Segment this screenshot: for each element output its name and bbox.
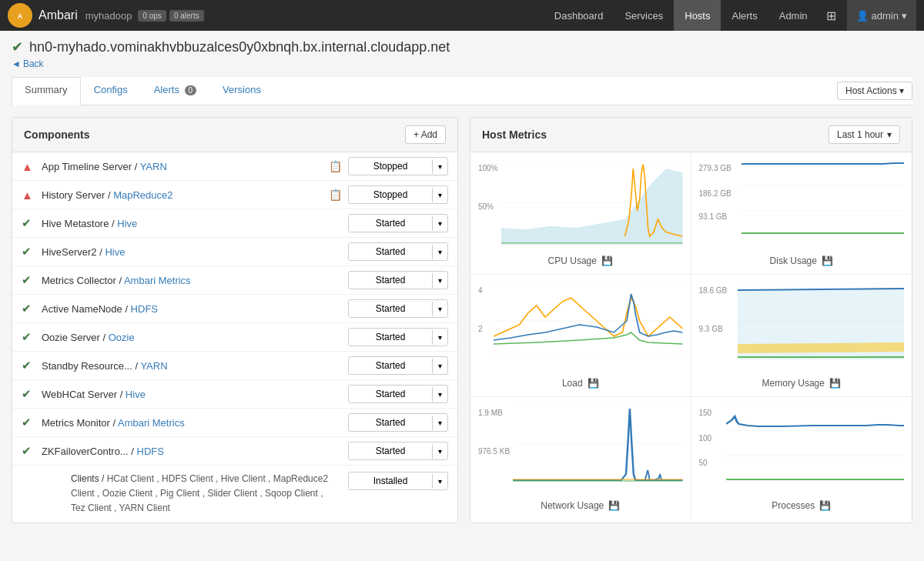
load-label-2: 2 xyxy=(478,325,483,333)
network-save-icon[interactable]: 💾 xyxy=(608,500,620,511)
status-btn-hiveserver2[interactable]: Started xyxy=(349,243,432,260)
ok-icon-oozieserver: ✔ xyxy=(22,330,32,343)
service-link-hdfs-1[interactable]: HDFS xyxy=(131,303,158,315)
status-dropdown-activenamenode: Started ▾ xyxy=(348,299,448,318)
main-layout: Components + Add ▲ App Timeline Server /… xyxy=(12,117,912,523)
warn-icon-apptimeline: ▲ xyxy=(22,160,33,173)
host-actions-button[interactable]: Host Actions ▾ xyxy=(837,82,912,100)
tab-summary[interactable]: Summary xyxy=(12,77,81,105)
load-label-4: 4 xyxy=(478,286,483,295)
status-caret-historyserver[interactable]: ▾ xyxy=(432,188,447,202)
nav-hosts[interactable]: Hosts xyxy=(674,0,721,31)
tab-versions[interactable]: Versions xyxy=(209,77,274,105)
add-component-button[interactable]: + Add xyxy=(405,125,446,144)
memory-save-icon[interactable]: 💾 xyxy=(829,378,841,389)
status-btn-metricscollector[interactable]: Started xyxy=(349,272,432,289)
component-row: ✔ HiveServer2 / Hive Started ▾ xyxy=(12,238,457,266)
memory-chart-svg xyxy=(738,282,905,359)
network-chart: 1.9 MB 976.5 KB xyxy=(470,397,691,519)
disk-label-93: 93.1 GB xyxy=(699,212,728,221)
component-row: ✔ Active NameNode / HDFS Started ▾ xyxy=(12,295,457,323)
disk-save-icon[interactable]: 💾 xyxy=(822,255,833,266)
status-btn-zkfailover[interactable]: Started xyxy=(349,442,432,459)
load-save-icon[interactable]: 💾 xyxy=(588,378,599,389)
status-dropdown-webhcatserver: Started ▾ xyxy=(348,385,448,403)
nav-dashboard[interactable]: Dashboard xyxy=(544,0,614,31)
load-chart-area: 4 2 xyxy=(478,282,683,375)
processes-chart-svg xyxy=(726,405,905,482)
status-caret-apptimeline[interactable]: ▾ xyxy=(432,159,447,174)
status-btn-historyserver[interactable]: Stopped xyxy=(349,186,432,203)
service-link-hive-1[interactable]: Hive xyxy=(117,218,137,229)
component-icon-historyserver: 📋 xyxy=(329,189,342,201)
cpu-chart-area: 100% 50% xyxy=(478,160,683,252)
tab-alerts[interactable]: Alerts 0 xyxy=(141,77,209,105)
status-caret-activenamenode[interactable]: ▾ xyxy=(432,302,447,316)
status-dropdown-metricscollector: Started ▾ xyxy=(348,271,448,289)
status-caret-hiveserver2[interactable]: ▾ xyxy=(432,245,447,259)
cluster-name: myhadoop xyxy=(85,10,132,22)
svg-rect-8 xyxy=(742,160,905,237)
cpu-chart-svg xyxy=(501,160,683,245)
memory-chart: 18.6 GB 9.3 GB xyxy=(691,275,912,397)
nav-alerts[interactable]: Alerts xyxy=(721,0,768,31)
status-dropdown-clients: Installed ▾ xyxy=(348,472,448,490)
user-caret: ▾ xyxy=(902,10,907,22)
status-caret-standbyresource[interactable]: ▾ xyxy=(432,359,447,373)
component-name-apptimeline: App Timeline Server / YARN xyxy=(42,161,323,172)
service-link-mapreduce2[interactable]: MapReduce2 xyxy=(113,189,172,201)
back-link[interactable]: ◄ Back xyxy=(12,58,912,69)
ok-icon-metricscollector: ✔ xyxy=(22,273,32,286)
status-caret-webhcatserver[interactable]: ▾ xyxy=(432,387,447,402)
service-link-hdfs-2[interactable]: HDFS xyxy=(137,446,164,457)
host-header: ✔ hn0-myhado.vominakhvbbuzalces0y0xbnqh.… xyxy=(12,38,912,55)
disk-chart-svg xyxy=(742,160,905,237)
status-dropdown-historyserver: Stopped ▾ xyxy=(348,185,448,204)
nav-services[interactable]: Services xyxy=(614,0,674,31)
service-link-hive-2[interactable]: Hive xyxy=(105,246,125,258)
service-link-yarn-1[interactable]: YARN xyxy=(140,161,167,172)
host-title: hn0-myhado.vominakhvbbuzalces0y0xbnqh.bx… xyxy=(29,39,450,55)
nav-admin[interactable]: Admin xyxy=(768,0,819,31)
status-dropdown-zkfailover: Started ▾ xyxy=(348,442,448,460)
status-caret-metricsmonitor[interactable]: ▾ xyxy=(432,416,447,430)
component-name-oozieserver: Oozie Server / Oozie xyxy=(42,332,348,343)
tab-configs[interactable]: Configs xyxy=(81,77,141,105)
user-menu[interactable]: 👤 admin ▾ xyxy=(847,0,916,31)
service-link-oozie[interactable]: Oozie xyxy=(109,332,135,343)
status-dropdown-metricsmonitor: Started ▾ xyxy=(348,413,448,432)
user-icon: 👤 xyxy=(856,10,869,22)
processes-save-icon[interactable]: 💾 xyxy=(819,500,831,511)
grid-icon[interactable]: ⊞ xyxy=(819,8,844,23)
components-panel-header: Components + Add xyxy=(12,118,457,152)
status-btn-apptimeline[interactable]: Stopped xyxy=(349,158,432,175)
status-btn-webhcatserver[interactable]: Started xyxy=(349,386,432,402)
status-caret-hivemetastore[interactable]: ▾ xyxy=(432,216,447,231)
cpu-chart-title-row: CPU Usage 💾 xyxy=(478,255,683,266)
status-btn-oozieserver[interactable]: Started xyxy=(349,329,432,346)
component-row: ✔ Metrics Monitor / Ambari Metrics Start… xyxy=(12,409,457,437)
status-dropdown-hivemetastore: Started ▾ xyxy=(348,214,448,232)
status-btn-standbyresource[interactable]: Started xyxy=(349,357,432,374)
status-caret-oozieserver[interactable]: ▾ xyxy=(432,330,447,345)
status-btn-clients[interactable]: Installed xyxy=(349,473,432,489)
service-link-ambarimetrics-2[interactable]: Ambari Metrics xyxy=(118,417,185,429)
service-link-hive-3[interactable]: Hive xyxy=(126,389,146,400)
processes-label-100: 100 xyxy=(699,434,712,442)
ambari-logo: A xyxy=(8,3,32,28)
component-row: ▲ App Timeline Server / YARN 📋 Stopped ▾ xyxy=(12,152,457,181)
ok-icon-activenamenode: ✔ xyxy=(22,302,32,315)
status-caret-clients[interactable]: ▾ xyxy=(432,474,447,489)
status-caret-metricscollector[interactable]: ▾ xyxy=(432,273,447,288)
back-label: Back xyxy=(23,58,44,69)
service-link-ambarimetrics-1[interactable]: Ambari Metrics xyxy=(124,275,191,286)
timerange-button[interactable]: Last 1 hour ▾ xyxy=(829,125,900,144)
status-caret-zkfailover[interactable]: ▾ xyxy=(432,444,447,459)
cpu-label-100: 100% xyxy=(478,164,498,172)
status-btn-metricsmonitor[interactable]: Started xyxy=(349,414,432,431)
cpu-save-icon[interactable]: 💾 xyxy=(601,255,613,266)
status-btn-hivemetastore[interactable]: Started xyxy=(349,215,432,232)
service-link-yarn-2[interactable]: YARN xyxy=(140,360,167,372)
ok-icon-hivemetastore: ✔ xyxy=(22,216,32,229)
status-btn-activenamenode[interactable]: Started xyxy=(349,300,432,317)
